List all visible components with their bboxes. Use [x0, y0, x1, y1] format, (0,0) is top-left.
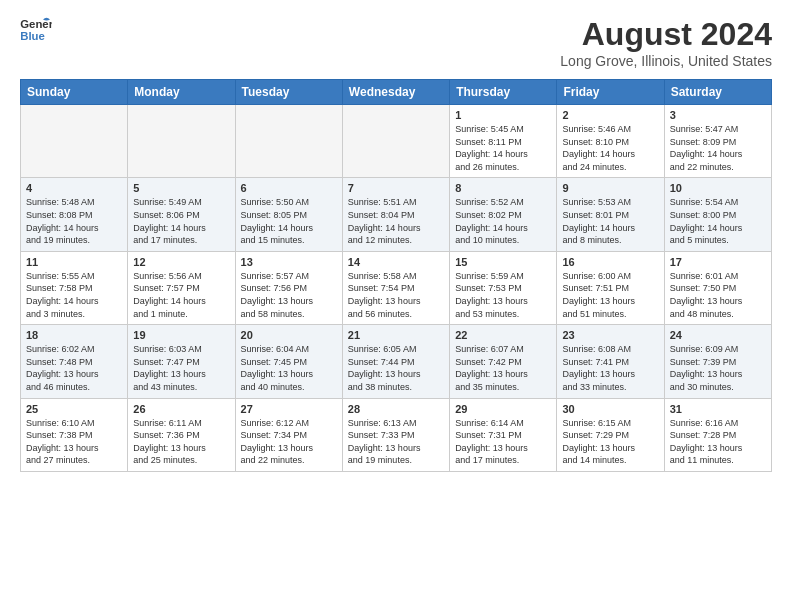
calendar-cell: 17Sunrise: 6:01 AM Sunset: 7:50 PM Dayli… [664, 251, 771, 324]
day-info: Sunrise: 5:59 AM Sunset: 7:53 PM Dayligh… [455, 270, 551, 320]
calendar-cell: 12Sunrise: 5:56 AM Sunset: 7:57 PM Dayli… [128, 251, 235, 324]
calendar-cell: 5Sunrise: 5:49 AM Sunset: 8:06 PM Daylig… [128, 178, 235, 251]
day-info: Sunrise: 6:05 AM Sunset: 7:44 PM Dayligh… [348, 343, 444, 393]
logo-icon: General Blue [20, 16, 52, 44]
calendar-header-row: SundayMondayTuesdayWednesdayThursdayFrid… [21, 80, 772, 105]
calendar-cell: 25Sunrise: 6:10 AM Sunset: 7:38 PM Dayli… [21, 398, 128, 471]
day-number: 22 [455, 329, 551, 341]
calendar-cell: 19Sunrise: 6:03 AM Sunset: 7:47 PM Dayli… [128, 325, 235, 398]
day-number: 9 [562, 182, 658, 194]
calendar-week-row: 1Sunrise: 5:45 AM Sunset: 8:11 PM Daylig… [21, 105, 772, 178]
day-number: 25 [26, 403, 122, 415]
calendar: SundayMondayTuesdayWednesdayThursdayFrid… [20, 79, 772, 472]
day-number: 12 [133, 256, 229, 268]
calendar-cell: 13Sunrise: 5:57 AM Sunset: 7:56 PM Dayli… [235, 251, 342, 324]
day-info: Sunrise: 5:48 AM Sunset: 8:08 PM Dayligh… [26, 196, 122, 246]
weekday-header-saturday: Saturday [664, 80, 771, 105]
day-number: 5 [133, 182, 229, 194]
day-number: 16 [562, 256, 658, 268]
calendar-cell: 24Sunrise: 6:09 AM Sunset: 7:39 PM Dayli… [664, 325, 771, 398]
day-info: Sunrise: 5:58 AM Sunset: 7:54 PM Dayligh… [348, 270, 444, 320]
calendar-cell: 14Sunrise: 5:58 AM Sunset: 7:54 PM Dayli… [342, 251, 449, 324]
day-info: Sunrise: 6:16 AM Sunset: 7:28 PM Dayligh… [670, 417, 766, 467]
day-number: 26 [133, 403, 229, 415]
day-number: 17 [670, 256, 766, 268]
day-info: Sunrise: 6:04 AM Sunset: 7:45 PM Dayligh… [241, 343, 337, 393]
weekday-header-wednesday: Wednesday [342, 80, 449, 105]
calendar-cell: 7Sunrise: 5:51 AM Sunset: 8:04 PM Daylig… [342, 178, 449, 251]
day-info: Sunrise: 5:54 AM Sunset: 8:00 PM Dayligh… [670, 196, 766, 246]
calendar-cell: 1Sunrise: 5:45 AM Sunset: 8:11 PM Daylig… [450, 105, 557, 178]
calendar-cell: 11Sunrise: 5:55 AM Sunset: 7:58 PM Dayli… [21, 251, 128, 324]
day-number: 11 [26, 256, 122, 268]
calendar-cell [128, 105, 235, 178]
day-number: 18 [26, 329, 122, 341]
calendar-cell: 27Sunrise: 6:12 AM Sunset: 7:34 PM Dayli… [235, 398, 342, 471]
day-number: 13 [241, 256, 337, 268]
day-number: 29 [455, 403, 551, 415]
calendar-cell [342, 105, 449, 178]
day-info: Sunrise: 6:03 AM Sunset: 7:47 PM Dayligh… [133, 343, 229, 393]
month-title: August 2024 [560, 16, 772, 53]
calendar-cell: 15Sunrise: 5:59 AM Sunset: 7:53 PM Dayli… [450, 251, 557, 324]
day-number: 4 [26, 182, 122, 194]
day-info: Sunrise: 5:47 AM Sunset: 8:09 PM Dayligh… [670, 123, 766, 173]
day-info: Sunrise: 5:56 AM Sunset: 7:57 PM Dayligh… [133, 270, 229, 320]
calendar-cell: 2Sunrise: 5:46 AM Sunset: 8:10 PM Daylig… [557, 105, 664, 178]
calendar-week-row: 4Sunrise: 5:48 AM Sunset: 8:08 PM Daylig… [21, 178, 772, 251]
calendar-cell: 3Sunrise: 5:47 AM Sunset: 8:09 PM Daylig… [664, 105, 771, 178]
weekday-header-friday: Friday [557, 80, 664, 105]
day-info: Sunrise: 6:10 AM Sunset: 7:38 PM Dayligh… [26, 417, 122, 467]
calendar-week-row: 25Sunrise: 6:10 AM Sunset: 7:38 PM Dayli… [21, 398, 772, 471]
header: General Blue August 2024 Long Grove, Ill… [20, 16, 772, 69]
day-number: 23 [562, 329, 658, 341]
day-info: Sunrise: 6:14 AM Sunset: 7:31 PM Dayligh… [455, 417, 551, 467]
calendar-cell: 30Sunrise: 6:15 AM Sunset: 7:29 PM Dayli… [557, 398, 664, 471]
day-info: Sunrise: 6:07 AM Sunset: 7:42 PM Dayligh… [455, 343, 551, 393]
day-number: 30 [562, 403, 658, 415]
calendar-cell: 4Sunrise: 5:48 AM Sunset: 8:08 PM Daylig… [21, 178, 128, 251]
day-number: 21 [348, 329, 444, 341]
weekday-header-thursday: Thursday [450, 80, 557, 105]
calendar-cell: 28Sunrise: 6:13 AM Sunset: 7:33 PM Dayli… [342, 398, 449, 471]
day-number: 3 [670, 109, 766, 121]
day-number: 27 [241, 403, 337, 415]
weekday-header-monday: Monday [128, 80, 235, 105]
day-number: 28 [348, 403, 444, 415]
logo: General Blue [20, 16, 52, 44]
day-number: 7 [348, 182, 444, 194]
calendar-cell: 29Sunrise: 6:14 AM Sunset: 7:31 PM Dayli… [450, 398, 557, 471]
day-info: Sunrise: 6:13 AM Sunset: 7:33 PM Dayligh… [348, 417, 444, 467]
calendar-cell: 10Sunrise: 5:54 AM Sunset: 8:00 PM Dayli… [664, 178, 771, 251]
day-info: Sunrise: 6:01 AM Sunset: 7:50 PM Dayligh… [670, 270, 766, 320]
day-number: 15 [455, 256, 551, 268]
weekday-header-sunday: Sunday [21, 80, 128, 105]
day-info: Sunrise: 6:15 AM Sunset: 7:29 PM Dayligh… [562, 417, 658, 467]
calendar-cell: 9Sunrise: 5:53 AM Sunset: 8:01 PM Daylig… [557, 178, 664, 251]
title-area: August 2024 Long Grove, Illinois, United… [560, 16, 772, 69]
day-number: 6 [241, 182, 337, 194]
calendar-cell: 23Sunrise: 6:08 AM Sunset: 7:41 PM Dayli… [557, 325, 664, 398]
location-title: Long Grove, Illinois, United States [560, 53, 772, 69]
day-info: Sunrise: 6:09 AM Sunset: 7:39 PM Dayligh… [670, 343, 766, 393]
calendar-week-row: 18Sunrise: 6:02 AM Sunset: 7:48 PM Dayli… [21, 325, 772, 398]
day-info: Sunrise: 5:46 AM Sunset: 8:10 PM Dayligh… [562, 123, 658, 173]
calendar-cell: 26Sunrise: 6:11 AM Sunset: 7:36 PM Dayli… [128, 398, 235, 471]
calendar-week-row: 11Sunrise: 5:55 AM Sunset: 7:58 PM Dayli… [21, 251, 772, 324]
day-info: Sunrise: 5:55 AM Sunset: 7:58 PM Dayligh… [26, 270, 122, 320]
day-info: Sunrise: 6:11 AM Sunset: 7:36 PM Dayligh… [133, 417, 229, 467]
calendar-cell: 21Sunrise: 6:05 AM Sunset: 7:44 PM Dayli… [342, 325, 449, 398]
day-info: Sunrise: 5:53 AM Sunset: 8:01 PM Dayligh… [562, 196, 658, 246]
calendar-cell: 16Sunrise: 6:00 AM Sunset: 7:51 PM Dayli… [557, 251, 664, 324]
day-info: Sunrise: 6:02 AM Sunset: 7:48 PM Dayligh… [26, 343, 122, 393]
calendar-cell: 8Sunrise: 5:52 AM Sunset: 8:02 PM Daylig… [450, 178, 557, 251]
day-info: Sunrise: 5:49 AM Sunset: 8:06 PM Dayligh… [133, 196, 229, 246]
day-info: Sunrise: 6:00 AM Sunset: 7:51 PM Dayligh… [562, 270, 658, 320]
day-info: Sunrise: 5:50 AM Sunset: 8:05 PM Dayligh… [241, 196, 337, 246]
day-info: Sunrise: 5:52 AM Sunset: 8:02 PM Dayligh… [455, 196, 551, 246]
weekday-header-tuesday: Tuesday [235, 80, 342, 105]
svg-text:Blue: Blue [20, 30, 45, 42]
day-number: 1 [455, 109, 551, 121]
day-info: Sunrise: 6:12 AM Sunset: 7:34 PM Dayligh… [241, 417, 337, 467]
day-number: 10 [670, 182, 766, 194]
